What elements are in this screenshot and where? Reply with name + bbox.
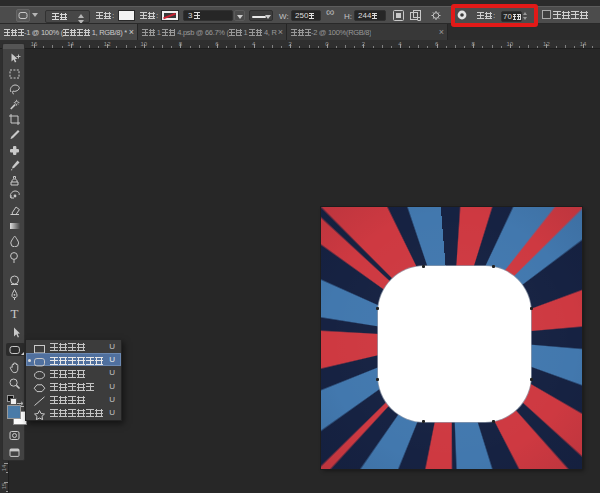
svg-text:T: T: [11, 307, 19, 321]
